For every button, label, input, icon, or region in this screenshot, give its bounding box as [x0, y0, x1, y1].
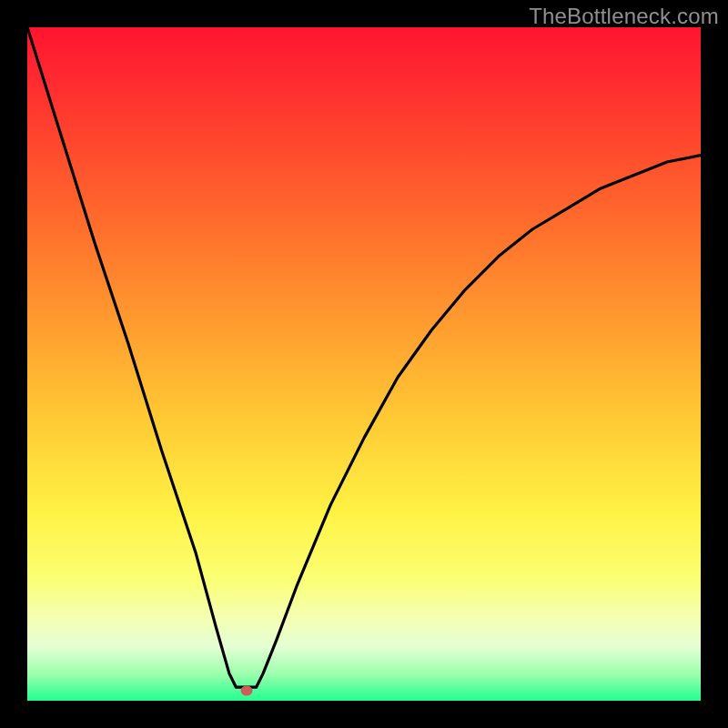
watermark-text: TheBottleneck.com	[529, 4, 719, 29]
curve-path	[27, 27, 701, 687]
bottleneck-curve	[27, 27, 701, 701]
plot-area	[27, 27, 701, 701]
chart-frame: TheBottleneck.com	[0, 0, 728, 728]
optimum-marker	[240, 685, 252, 695]
